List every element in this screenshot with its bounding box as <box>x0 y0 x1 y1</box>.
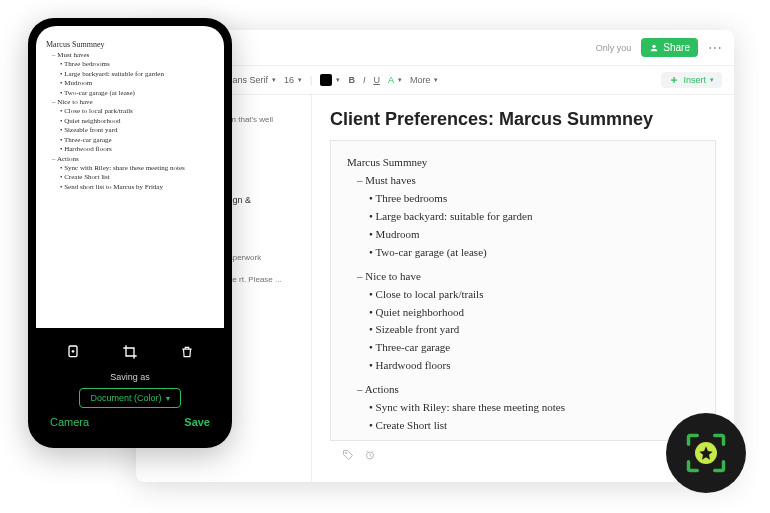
note-line: • Two-car garage (at lease) <box>46 89 214 98</box>
svg-point-2 <box>653 44 656 47</box>
chevron-down-icon: ▾ <box>336 76 340 84</box>
font-family-dropdown[interactable]: Sans Serif ▾ <box>227 75 277 85</box>
underline-button[interactable]: U <box>373 75 380 85</box>
note-line: • Large backyard: suitable for garden <box>347 209 699 225</box>
section-heading: – Nice to have <box>46 98 214 107</box>
share-status: Only you <box>596 43 632 53</box>
crop-icon[interactable] <box>120 342 140 362</box>
scan-mode-label: Document (Color) <box>90 393 161 403</box>
share-label: Share <box>663 42 690 53</box>
note-line: • Quiet neighborhood <box>347 305 699 321</box>
note-person: Marcus Summney <box>347 155 699 171</box>
note-line: • Mudroom <box>347 227 699 243</box>
note-line: • Hardwood floors <box>347 358 699 374</box>
saving-as-label: Saving as <box>36 372 224 382</box>
add-page-icon[interactable] <box>63 342 83 362</box>
more-format-dropdown[interactable]: More ▾ <box>410 75 439 85</box>
note-line: • Hardwood floors <box>46 145 214 154</box>
italic-button[interactable]: I <box>363 75 366 85</box>
note-line: • Create Short list <box>46 173 214 182</box>
insert-label: Insert <box>683 75 706 85</box>
chevron-down-icon: ▾ <box>272 76 276 84</box>
phone-controls: Saving as Document (Color) ▾ Camera Save <box>36 328 224 440</box>
insert-button[interactable]: Insert ▾ <box>661 72 722 88</box>
note-line: • Send short list to Marcus by Friday <box>46 183 214 192</box>
camera-button[interactable]: Camera <box>50 416 89 428</box>
note-line: • Close to local park/trails <box>46 107 214 116</box>
trash-icon[interactable] <box>177 342 197 362</box>
phone-screen: Marcus Summney – Must haves • Three bedr… <box>36 26 224 440</box>
note-line: • Three-car garage <box>46 136 214 145</box>
chevron-down-icon: ▾ <box>710 76 714 84</box>
section-heading: – Nice to have <box>347 269 699 285</box>
note-line: • Sync with Riley: share these meeting n… <box>347 400 699 416</box>
star-icon <box>685 432 727 474</box>
scan-feature-badge <box>666 413 746 493</box>
note-line: • Quiet neighborhood <box>46 117 214 126</box>
text-color-picker[interactable]: ▾ <box>320 74 340 86</box>
note-line: • Three-car garage <box>347 340 699 356</box>
note-line: • Three bedrooms <box>46 60 214 69</box>
scanned-note-image: Marcus Summney – Must haves • Three bedr… <box>330 140 716 441</box>
save-button[interactable]: Save <box>184 416 210 428</box>
chevron-down-icon: ▾ <box>434 76 438 84</box>
reminder-icon[interactable] <box>364 449 376 464</box>
chevron-down-icon: ▾ <box>166 394 170 403</box>
note-person: Marcus Summney <box>46 40 214 51</box>
chevron-down-icon: ▾ <box>398 76 402 84</box>
share-button[interactable]: Share <box>641 38 698 57</box>
section-heading: – Actions <box>347 382 699 398</box>
scan-mode-dropdown[interactable]: Document (Color) ▾ <box>79 388 180 408</box>
section-heading: – Must haves <box>347 173 699 189</box>
note-line: • Close to local park/trails <box>347 287 699 303</box>
note-line: • Two-car garage (at lease) <box>347 245 699 261</box>
note-line: • Sizeable front yard <box>46 126 214 135</box>
chevron-down-icon: ▾ <box>298 76 302 84</box>
section-heading: – Must haves <box>46 51 214 60</box>
note-line: • Mudroom <box>46 79 214 88</box>
more-menu-icon[interactable]: ⋯ <box>708 40 722 56</box>
note-line: • Sizeable front yard <box>347 322 699 338</box>
note-line: • Three bedrooms <box>347 191 699 207</box>
phone-mockup: Marcus Summney – Must haves • Three bedr… <box>28 18 232 448</box>
color-swatch-icon <box>320 74 332 86</box>
svg-point-3 <box>345 452 347 454</box>
note-line: • Create Short list <box>347 418 699 434</box>
editor-pane[interactable]: Client Preferences: Marcus Summney Marcu… <box>312 95 734 482</box>
tag-icon[interactable] <box>342 449 354 464</box>
document-title[interactable]: Client Preferences: Marcus Summney <box>330 109 716 130</box>
bold-button[interactable]: B <box>348 75 355 85</box>
font-size-dropdown[interactable]: 16 ▾ <box>284 75 302 85</box>
highlight-button[interactable]: A▾ <box>388 75 402 85</box>
phone-scanned-note: Marcus Summney – Must haves • Three bedr… <box>36 26 224 328</box>
note-line: • Large backyard: suitable for garden <box>46 70 214 79</box>
section-heading: – Actions <box>46 155 214 164</box>
note-line: • Sync with Riley: share these meeting n… <box>46 164 214 173</box>
editor-footer <box>330 441 716 472</box>
